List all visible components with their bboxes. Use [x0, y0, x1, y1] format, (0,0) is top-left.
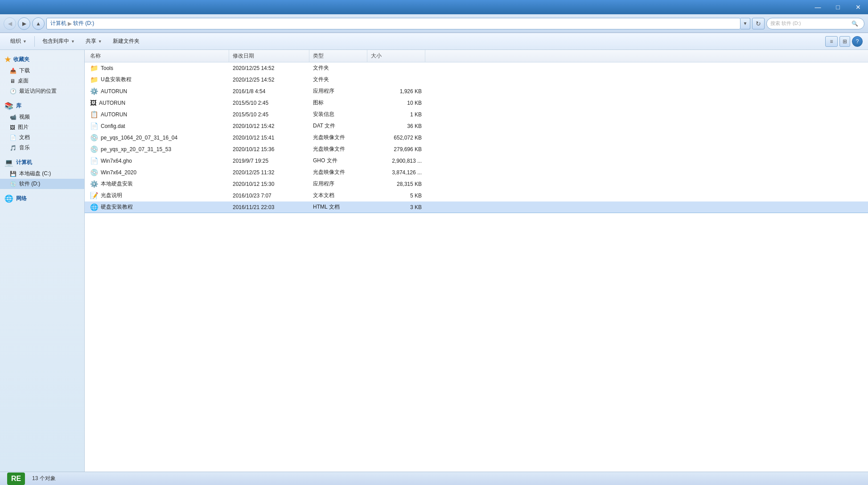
star-icon: ★	[4, 55, 11, 64]
view-change-button[interactable]: ≡	[825, 36, 838, 47]
sidebar-item-desktop[interactable]: 🖥 桌面	[0, 76, 84, 86]
table-row[interactable]: 💿 Win7x64_2020 2020/12/25 11:32 光盘映像文件 3…	[85, 167, 868, 178]
table-row[interactable]: 📄 Win7x64.gho 2019/9/7 19:25 GHO 文件 2,90…	[85, 155, 868, 167]
file-name: 本地硬盘安装	[101, 180, 133, 188]
close-button[interactable]: ✕	[848, 0, 868, 14]
file-icon: ⚙️	[90, 87, 99, 95]
include-library-button[interactable]: 包含到库中 ▼	[37, 35, 80, 48]
sidebar-favorites-header[interactable]: ★ 收藏夹	[0, 53, 84, 66]
sidebar-item-download[interactable]: 📥 下载	[0, 66, 84, 76]
file-size: 3,874,126 ...	[367, 169, 425, 176]
file-area[interactable]: 名称 修改日期 类型 大小 📁 Tools 2020/12/25 14:52 文…	[85, 50, 868, 472]
table-row[interactable]: ⚙️ 本地硬盘安装 2020/10/12 15:30 应用程序 28,315 K…	[85, 178, 868, 190]
status-count: 13 个对象	[32, 475, 56, 482]
share-button[interactable]: 共享 ▼	[81, 35, 107, 48]
file-date: 2016/11/21 22:03	[229, 204, 309, 210]
back-button[interactable]: ◀	[4, 17, 16, 30]
sidebar-item-document[interactable]: 📄 文档	[0, 132, 84, 143]
picture-icon: 🖼	[10, 124, 15, 131]
file-type: 应用程序	[309, 87, 367, 95]
file-size: 279,696 KB	[367, 146, 425, 152]
file-type: 光盘映像文件	[309, 169, 367, 176]
search-box[interactable]: 搜索 软件 (D:) 🔍	[766, 18, 864, 29]
table-row[interactable]: 📝 光盘说明 2016/10/23 7:07 文本文档 5 KB	[85, 190, 868, 201]
sidebar-network-header[interactable]: 🌐 网络	[0, 193, 84, 205]
new-folder-button[interactable]: 新建文件夹	[108, 35, 144, 48]
toolbar: 组织 ▼ 包含到库中 ▼ 共享 ▼ 新建文件夹 ≡ ⊞ ?	[0, 33, 868, 50]
refresh-button[interactable]: ↻	[752, 18, 765, 29]
file-type: 应用程序	[309, 180, 367, 188]
file-icon: 🖼	[90, 99, 97, 107]
table-row[interactable]: ⚙️ AUTORUN 2016/1/8 4:54 应用程序 1,926 KB	[85, 86, 868, 97]
column-type-header[interactable]: 类型	[309, 50, 367, 62]
download-icon: 📥	[10, 68, 16, 74]
table-row[interactable]: 📋 AUTORUN 2015/5/10 2:45 安装信息 1 KB	[85, 109, 868, 120]
up-button[interactable]: ▲	[32, 17, 45, 30]
file-size: 3 KB	[367, 204, 425, 210]
breadcrumb[interactable]: 计算机 ▶ 软件 (D:)	[46, 18, 740, 29]
sidebar-section-network: 🌐 网络	[0, 193, 84, 205]
column-name-header[interactable]: 名称	[86, 50, 229, 62]
file-name: 硬盘安装教程	[101, 203, 133, 211]
file-name: Config.dat	[101, 123, 125, 129]
address-dropdown[interactable]: ▼	[740, 18, 750, 29]
sidebar-computer-header[interactable]: 💻 计算机	[0, 156, 84, 169]
app-logo: RE	[7, 473, 25, 485]
breadcrumb-drive[interactable]: 软件 (D:)	[73, 20, 94, 27]
file-date: 2020/10/12 15:42	[229, 123, 309, 129]
column-size-header[interactable]: 大小	[367, 50, 425, 62]
file-icon: 🌐	[90, 203, 99, 211]
table-row[interactable]: 📁 Tools 2020/12/25 14:52 文件夹	[85, 62, 868, 74]
local-disk-icon: 💾	[10, 171, 16, 177]
breadcrumb-computer[interactable]: 计算机	[50, 20, 66, 27]
file-type: 文件夹	[309, 76, 367, 83]
help-button[interactable]: ?	[852, 36, 863, 47]
file-name: U盘安装教程	[101, 76, 132, 83]
forward-button[interactable]: ▶	[18, 17, 30, 30]
file-date: 2015/5/10 2:45	[229, 111, 309, 118]
table-row[interactable]: 📁 U盘安装教程 2020/12/25 14:52 文件夹	[85, 74, 868, 86]
file-type: 文件夹	[309, 64, 367, 72]
table-row[interactable]: 💿 pe_yqs_xp_20_07_31_15_53 2020/10/12 15…	[85, 144, 868, 155]
file-name: AUTORUN	[99, 100, 125, 106]
column-date-header[interactable]: 修改日期	[229, 50, 309, 62]
table-row[interactable]: 🖼 AUTORUN 2015/5/10 2:45 图标 10 KB	[85, 97, 868, 109]
file-icon: 💿	[90, 169, 99, 177]
file-type: GHO 文件	[309, 157, 367, 164]
file-icon: 📁	[90, 76, 99, 84]
file-date: 2016/1/8 4:54	[229, 88, 309, 95]
table-row[interactable]: 💿 pe_yqs_1064_20_07_31_16_04 2020/10/12 …	[85, 132, 868, 144]
file-list: 📁 Tools 2020/12/25 14:52 文件夹 📁 U盘安装教程 20…	[85, 62, 868, 213]
file-type: HTML 文档	[309, 203, 367, 211]
file-size: 28,315 KB	[367, 181, 425, 187]
sidebar-section-favorites: ★ 收藏夹 📥 下载 🖥 桌面 🕐 最近访问的位置	[0, 53, 84, 96]
sidebar-item-video[interactable]: 📹 视频	[0, 112, 84, 122]
file-size: 36 KB	[367, 123, 425, 129]
video-icon: 📹	[10, 114, 16, 120]
music-icon: 🎵	[10, 145, 16, 151]
file-date: 2020/12/25 11:32	[229, 169, 309, 176]
maximize-button[interactable]: □	[828, 0, 848, 14]
search-placeholder: 搜索 软件 (D:)	[770, 20, 801, 27]
file-date: 2020/12/25 14:52	[229, 65, 309, 71]
table-row[interactable]: 📄 Config.dat 2020/10/12 15:42 DAT 文件 36 …	[85, 120, 868, 132]
sidebar-item-picture[interactable]: 🖼 图片	[0, 122, 84, 132]
file-icon: 📝	[90, 192, 99, 200]
search-icon[interactable]: 🔍	[849, 18, 860, 29]
file-type: 安装信息	[309, 111, 367, 118]
library-icon: 📚	[4, 102, 13, 110]
address-bar: ◀ ▶ ▲ 计算机 ▶ 软件 (D:) ▼ ↻ 搜索 软件 (D:) 🔍	[0, 14, 868, 33]
view-details-button[interactable]: ⊞	[839, 36, 850, 47]
sidebar-item-software-drive[interactable]: 💿 软件 (D:)	[0, 179, 84, 189]
sidebar-library-header[interactable]: 📚 库	[0, 100, 84, 112]
sidebar-item-recent[interactable]: 🕐 最近访问的位置	[0, 86, 84, 96]
sidebar: ★ 收藏夹 📥 下载 🖥 桌面 🕐 最近访问的位置 📚 库	[0, 50, 85, 472]
file-icon: 💿	[90, 145, 99, 153]
sidebar-item-local-disk[interactable]: 💾 本地磁盘 (C:)	[0, 169, 84, 179]
minimize-button[interactable]: —	[808, 0, 828, 14]
table-row[interactable]: 🌐 硬盘安装教程 2016/11/21 22:03 HTML 文档 3 KB	[85, 201, 868, 213]
sidebar-item-music[interactable]: 🎵 音乐	[0, 143, 84, 153]
file-type: 图标	[309, 99, 367, 107]
organize-button[interactable]: 组织 ▼	[5, 35, 32, 48]
file-date: 2020/10/12 15:30	[229, 181, 309, 187]
